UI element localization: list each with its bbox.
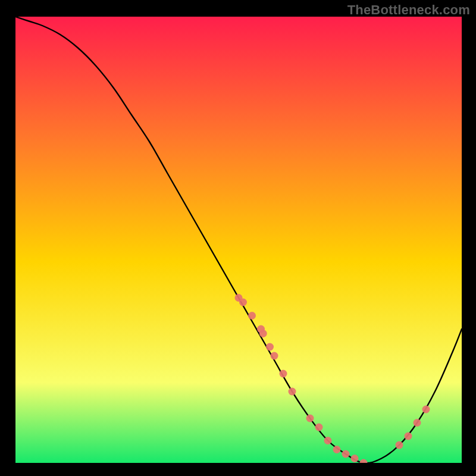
bottleneck-chart (15, 17, 462, 463)
marker-dot (405, 433, 412, 440)
marker-dot (324, 437, 332, 444)
marker-dot (289, 388, 296, 396)
marker-dot (315, 424, 323, 431)
plot-area (15, 17, 462, 463)
chart-stage: TheBottleneck.com (0, 0, 476, 476)
marker-dot (248, 312, 256, 320)
marker-dot (306, 415, 314, 422)
watermark-text: TheBottleneck.com (347, 2, 470, 18)
marker-dot (351, 455, 359, 462)
marker-dot (414, 419, 421, 427)
marker-dot (259, 330, 267, 337)
marker-dot (266, 343, 274, 351)
marker-dot (333, 446, 341, 453)
marker-dot (396, 441, 403, 449)
marker-dot (239, 299, 247, 306)
marker-dot (271, 352, 278, 360)
marker-dot (342, 450, 350, 458)
gradient-background (15, 17, 462, 463)
marker-dot (280, 370, 287, 378)
marker-dot (422, 406, 430, 414)
